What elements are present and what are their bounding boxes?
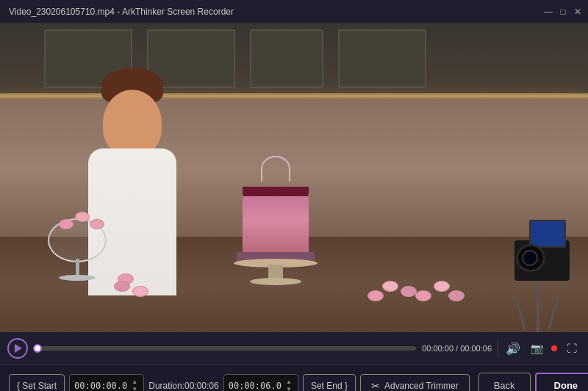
duration-display: Duration:00:00:06: [148, 381, 218, 391]
play-icon: [15, 344, 22, 353]
advanced-trimmer-button[interactable]: ✂ Advanced Trimmer: [360, 374, 470, 392]
cabinet-door-4: [338, 29, 426, 88]
advanced-trimmer-label: Advanced Trimmer: [384, 381, 459, 391]
progress-bar[interactable]: [34, 346, 416, 351]
cake-stand-base: [250, 278, 301, 285]
set-start-label: { Set Start: [17, 381, 57, 391]
video-area: [0, 24, 588, 332]
macaron-3: [90, 219, 104, 229]
scissors-icon: ✂: [371, 380, 380, 392]
cake-topper: [261, 156, 290, 182]
window-controls: — □ ✕: [544, 7, 582, 16]
fullscreen-button[interactable]: ⛶: [563, 340, 581, 357]
title-bar: Video_230206105710.mp4 - ArkThinker Scre…: [0, 0, 588, 24]
end-time-spinners: ▲ ▼: [284, 379, 293, 392]
macaron-base: [59, 275, 96, 281]
fullscreen-icon: ⛶: [567, 342, 577, 354]
cake-body: [243, 196, 309, 255]
table-macaron-7: [415, 290, 431, 301]
set-end-label: Set End }: [311, 381, 348, 391]
table-macaron-2: [132, 286, 148, 297]
cabinet-door-3: [250, 29, 323, 88]
set-start-button[interactable]: { Set Start: [9, 374, 65, 392]
end-time-down[interactable]: ▼: [284, 386, 293, 392]
table-macaron-6: [401, 286, 417, 297]
end-time-up[interactable]: ▲: [284, 379, 293, 386]
video-frame: [0, 24, 588, 332]
camera-icon: 📷: [531, 342, 543, 354]
end-time-input[interactable]: 00:00:06.0 ▲ ▼: [223, 374, 298, 392]
record-indicator: [551, 345, 557, 351]
bottom-bar: { Set Start 00:00:00.0 ▲ ▼ Duration:00:0…: [0, 365, 588, 391]
maximize-button[interactable]: □: [559, 7, 567, 16]
play-button[interactable]: [7, 338, 28, 359]
start-time-value: 00:00:00.0: [74, 381, 127, 391]
controls-bar: 00:00:00 / 00:00:06 🔊 📷 ⛶: [0, 332, 588, 365]
camera-tripod-leg-l: [514, 295, 526, 331]
camera-screen-right: [529, 220, 566, 248]
person-head: [103, 90, 162, 156]
start-time-up[interactable]: ▲: [130, 379, 139, 386]
window-title: Video_230206105710.mp4 - ArkThinker Scre…: [9, 7, 234, 17]
close-button[interactable]: ✕: [573, 7, 582, 16]
table-macaron-4: [368, 290, 384, 301]
end-time-value: 00:00:06.0: [229, 381, 282, 391]
minimize-button[interactable]: —: [544, 7, 553, 16]
macaron-1: [59, 219, 74, 229]
macaron-stand: [44, 218, 110, 292]
camera-tripod-leg-r: [548, 295, 559, 331]
divider-controls: [498, 340, 498, 357]
table-macaron-8: [434, 281, 450, 292]
table-macaron-9: [448, 290, 465, 301]
progress-thumb: [33, 344, 42, 353]
start-time-down[interactable]: ▼: [130, 386, 139, 392]
screenshot-button[interactable]: 📷: [528, 340, 545, 357]
camera-tripod: [537, 273, 539, 332]
back-button[interactable]: Back: [478, 373, 531, 392]
camera-lens-inner: [522, 250, 538, 266]
table-macaron-5: [382, 281, 398, 292]
start-time-spinners: ▲ ▼: [130, 379, 139, 392]
camera-right-assembly: [500, 185, 581, 332]
volume-button[interactable]: 🔊: [504, 340, 522, 357]
volume-icon: 🔊: [506, 342, 520, 356]
start-time-input[interactable]: 00:00:00.0 ▲ ▼: [69, 374, 144, 392]
set-end-button[interactable]: Set End }: [303, 374, 356, 392]
macaron-2: [75, 212, 90, 222]
cake-display: [228, 156, 323, 288]
table-macaron-3: [114, 281, 130, 292]
done-button[interactable]: Done: [535, 373, 588, 392]
time-display: 00:00:00 / 00:00:06: [422, 344, 492, 353]
